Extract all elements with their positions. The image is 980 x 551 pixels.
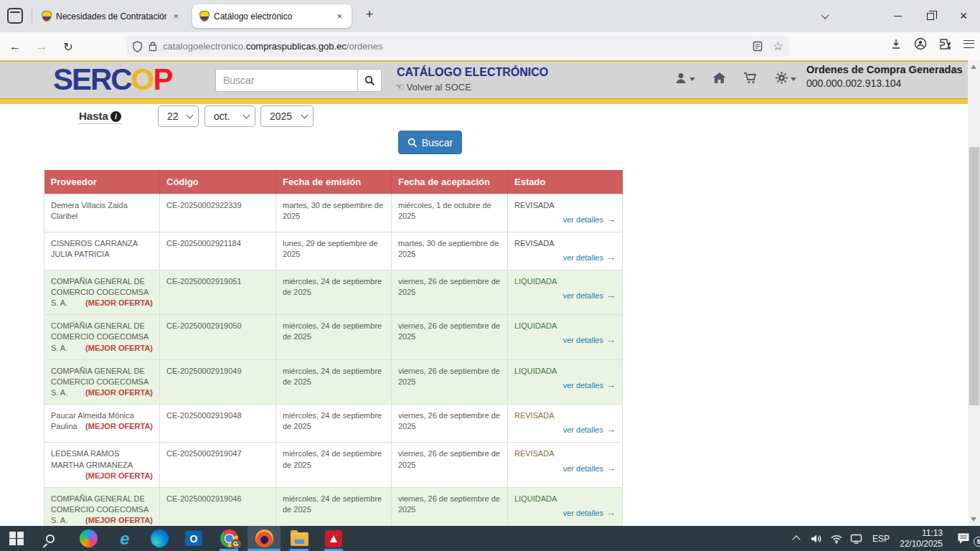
acrobat-button[interactable]	[318, 526, 349, 551]
reload-icon[interactable]: ↻	[60, 39, 76, 55]
search-button[interactable]	[357, 69, 382, 92]
day-select[interactable]: 22	[158, 105, 199, 127]
yellow-divider-bar	[0, 98, 980, 104]
info-icon[interactable]: i	[110, 111, 121, 122]
account-icon[interactable]	[914, 37, 927, 50]
scrollbar-thumb[interactable]	[969, 147, 979, 405]
volume-button[interactable]	[806, 533, 826, 545]
back-icon[interactable]: ←	[7, 39, 23, 55]
status-badge: REVISADA	[514, 410, 616, 421]
arrow-right-icon: →	[606, 507, 616, 518]
firefox-view-icon[interactable]	[7, 8, 23, 24]
fecha-aceptacion-cell: viernes, 26 de septiembre de 2025	[392, 359, 508, 405]
ver-detalles-link[interactable]: ver detalles→	[514, 507, 616, 519]
url-bar[interactable]: catalogoelectronico.compraspublicas.gob.…	[126, 36, 789, 57]
caret-down-icon	[791, 77, 796, 81]
outlook-button[interactable]: O	[178, 526, 209, 551]
scroll-up-icon[interactable]	[971, 65, 976, 69]
ver-detalles-link[interactable]: ver detalles→	[514, 423, 616, 436]
home-button[interactable]	[712, 72, 726, 84]
ver-detalles-link[interactable]: ver detalles→	[514, 462, 616, 475]
sercop-logo[interactable]: SERCOP	[53, 62, 171, 98]
arrow-right-icon: →	[606, 463, 616, 474]
arrow-right-icon: →	[606, 214, 616, 225]
minimize-button[interactable]	[881, 0, 914, 32]
file-explorer-button[interactable]	[283, 526, 315, 551]
restore-button[interactable]	[914, 0, 947, 32]
new-tab-button[interactable]: +	[360, 7, 379, 22]
language-indicator[interactable]: ESP	[867, 534, 895, 544]
page-content: Hastai 22 oct. 2025 Buscar Proveedor Cód…	[0, 104, 980, 526]
start-button[interactable]	[1, 526, 32, 551]
shield-icon[interactable]	[132, 41, 143, 52]
status-badge: LIQUIDADA	[514, 494, 616, 504]
chevron-down-icon	[243, 112, 250, 119]
orders-value: 000.000.002.913.104	[806, 77, 963, 89]
wifi-icon	[830, 534, 843, 544]
codigo-cell: CE-20250002919046	[160, 487, 276, 526]
cart-button[interactable]	[743, 72, 758, 85]
reader-mode-icon[interactable]	[753, 41, 763, 52]
ver-detalles-link[interactable]: ver detalles→	[514, 289, 616, 302]
wifi-button[interactable]	[826, 534, 847, 544]
clock[interactable]: 11:1322/10/2025	[895, 528, 947, 550]
arrow-right-icon: →	[606, 334, 616, 345]
browser-tab-necesidades[interactable]: Necesidades de Contratación y ×	[34, 4, 188, 28]
ver-detalles-link[interactable]: ver detalles→	[514, 251, 616, 264]
chrome-button[interactable]: G	[213, 526, 245, 551]
header-search	[215, 69, 382, 92]
month-select[interactable]: oct.	[204, 105, 255, 127]
fecha-aceptacion-cell: martes, 30 de septiembre de 2025	[392, 232, 508, 270]
browser-tab-catalogo[interactable]: Catálogo electrónico ×	[192, 4, 352, 28]
ver-detalles-link[interactable]: ver detalles→	[514, 213, 616, 226]
copilot-icon	[80, 529, 98, 547]
fecha-emision-cell: miércoles, 24 de septiembre de 2025	[276, 315, 392, 360]
chrome-icon: G	[220, 529, 238, 547]
mejor-oferta-badge: (MEJOR OFERTA)	[85, 298, 153, 309]
forward-icon[interactable]: →	[34, 39, 50, 55]
firefox-button[interactable]	[248, 526, 280, 551]
notification-center-button[interactable]: 5	[947, 532, 980, 545]
tab-close-icon[interactable]: ×	[334, 11, 344, 22]
search-input[interactable]	[215, 69, 357, 92]
taskbar-search-button[interactable]	[34, 526, 66, 551]
list-all-tabs-icon[interactable]	[812, 0, 838, 32]
tray-expand-button[interactable]	[786, 534, 806, 542]
extensions-puzzle-icon[interactable]	[939, 38, 951, 50]
table-row: LEDESMA RAMOS MARTHA GRIMANEZA (MEJOR OF…	[44, 443, 623, 488]
internet-explorer-button[interactable]: e	[109, 526, 141, 551]
display-connect-button[interactable]	[847, 534, 867, 544]
proveedor-name: CISNEROS CARRANZA JULIA PATRICIA	[51, 239, 137, 258]
screen: Necesidades de Contratación y × Catálogo…	[0, 0, 980, 551]
fecha-aceptacion-cell: miércoles, 1 de octubre de 2025	[392, 194, 508, 232]
settings-menu-button[interactable]	[775, 71, 796, 85]
status-badge: LIQUIDADA	[514, 366, 616, 377]
tray-date: 22/10/2025	[900, 539, 943, 550]
tab-title: Necesidades de Contratación y	[56, 11, 166, 22]
scroll-down-icon[interactable]	[971, 517, 976, 522]
table-row: COMPAÑIA GENERAL DE COMERCIO COGECOMSA S…	[44, 487, 623, 526]
notification-icon	[956, 532, 971, 545]
page-scrollbar[interactable]	[968, 60, 980, 526]
fecha-aceptacion-cell: viernes, 26 de septiembre de 2025	[392, 443, 508, 488]
menu-hamburger-icon[interactable]	[963, 40, 974, 48]
ver-detalles-link[interactable]: ver detalles→	[514, 379, 616, 392]
downloads-icon[interactable]	[890, 38, 902, 50]
buscar-button[interactable]: Buscar	[398, 131, 462, 154]
windows-logo-icon	[9, 532, 24, 546]
tab-close-icon[interactable]: ×	[171, 11, 181, 22]
home-icon	[712, 72, 726, 84]
table-row: Demera Villacis Zaida Claribel CE-202500…	[44, 194, 623, 232]
gear-icon	[775, 71, 788, 85]
edge-button[interactable]	[143, 526, 175, 551]
codigo-cell: CE-20250002919050	[160, 315, 276, 360]
copilot-button[interactable]	[72, 526, 104, 551]
lock-icon[interactable]	[149, 41, 157, 52]
close-window-button[interactable]: ×	[947, 0, 980, 32]
year-select[interactable]: 2025	[260, 105, 314, 127]
bookmark-star-icon[interactable]: ☆	[773, 39, 783, 54]
user-menu-button[interactable]	[674, 72, 695, 85]
edge-icon	[151, 529, 169, 547]
volver-al-soce-link[interactable]: ☜Volver al SOCE	[395, 81, 471, 93]
ver-detalles-link[interactable]: ver detalles→	[514, 334, 616, 347]
